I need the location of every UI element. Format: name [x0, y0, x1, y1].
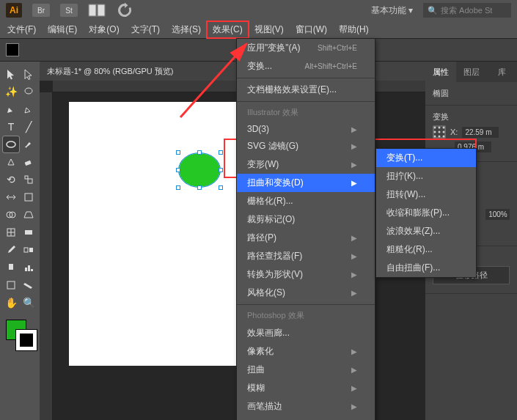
menu-path[interactable]: 路径(P)▶ [237, 229, 375, 247]
free-transform-tool[interactable] [21, 189, 37, 205]
bridge-icon[interactable]: Br [32, 4, 50, 17]
eraser-tool[interactable] [21, 154, 37, 170]
menu-convert-shape[interactable]: 转换为形状(V)▶ [237, 265, 375, 284]
tab-properties[interactable]: 属性 [425, 62, 456, 82]
svg-rect-18 [7, 281, 15, 289]
curvature-tool[interactable] [21, 101, 37, 117]
menu-sketch[interactable]: 素描▶ [237, 416, 375, 420]
svg-point-21 [439, 127, 441, 129]
fill-swatch[interactable] [6, 43, 19, 56]
menu-help[interactable]: 帮助(H) [333, 21, 375, 38]
menu-last-effect[interactable]: 变换...Alt+Shift+Ctrl+E [237, 57, 375, 75]
svg-point-3 [7, 141, 15, 147]
menu-rasterize[interactable]: 栅格化(R)... [237, 192, 375, 210]
submenu-zigzag[interactable]: 波浪效果(Z)... [376, 222, 476, 240]
width-tool[interactable] [3, 189, 19, 205]
menu-crop-marks[interactable]: 裁剪标记(O) [237, 210, 375, 229]
shape-builder-tool[interactable] [3, 207, 19, 223]
svg-point-22 [443, 127, 445, 129]
menu-edit[interactable]: 编辑(E) [42, 21, 83, 38]
menu-stylize[interactable]: 风格化(S)▶ [237, 284, 375, 302]
workspace-switcher[interactable]: 基本功能 ▾ [371, 4, 413, 17]
menu-select[interactable]: 选择(S) [166, 21, 207, 38]
stock-icon[interactable]: St [60, 4, 78, 17]
magic-wand-tool[interactable]: ✨ [3, 84, 19, 100]
submenu-rotate[interactable]: 扭转(W)... [376, 185, 476, 204]
zoom-tool[interactable]: 🔍 [21, 295, 37, 311]
svg-rect-13 [29, 248, 33, 252]
blend-tool[interactable] [21, 242, 37, 258]
svg-rect-4 [25, 161, 32, 166]
paintbrush-tool[interactable] [21, 136, 37, 152]
slice-tool[interactable] [21, 277, 37, 293]
svg-point-25 [443, 131, 445, 133]
submenu-free-distort[interactable]: 自由扭曲(F)... [376, 259, 476, 277]
scale-tool[interactable] [21, 172, 37, 188]
menu-type[interactable]: 文字(T) [125, 21, 166, 38]
type-tool[interactable]: T [3, 119, 19, 135]
svg-point-23 [434, 131, 436, 133]
svg-point-27 [439, 136, 441, 138]
menu-svg-filters[interactable]: SVG 滤镜(G)▶ [237, 137, 375, 155]
pen-tool[interactable] [3, 101, 19, 117]
menu-window[interactable]: 窗口(W) [290, 21, 333, 38]
submenu-roughen[interactable]: 粗糙化(R)... [376, 240, 476, 259]
artboard-tool[interactable] [3, 277, 19, 293]
menu-file[interactable]: 文件(F) [1, 21, 42, 38]
shaper-tool[interactable] [3, 154, 19, 170]
menu-apply-last[interactable]: 应用"变换"(A)Shift+Ctrl+E [237, 39, 375, 57]
arrange-icon[interactable] [88, 4, 106, 17]
menu-brush-strokes[interactable]: 画笔描边▶ [237, 397, 375, 416]
lasso-tool[interactable] [21, 84, 37, 100]
svg-rect-0 [89, 5, 96, 16]
menu-effect[interactable]: 效果(C) [207, 21, 249, 38]
search-input[interactable]: 🔍 搜索 Adobe St [423, 3, 511, 18]
tab-libraries[interactable]: 库 [486, 62, 517, 82]
rotate-tool[interactable]: ⟲ [3, 172, 19, 188]
menu-3d[interactable]: 3D(3)▶ [237, 121, 375, 137]
x-label: X: [450, 128, 458, 136]
color-well[interactable] [3, 320, 37, 349]
menu-pixelate[interactable]: 像素化▶ [237, 342, 375, 361]
ruler-vertical [40, 92, 53, 420]
mesh-tool[interactable] [3, 224, 19, 240]
submenu-transform[interactable]: 变换(T)... [376, 149, 476, 167]
tab-layers[interactable]: 图层 [456, 62, 487, 82]
hand-tool[interactable]: ✋ [3, 295, 19, 311]
menu-distort-transform[interactable]: 扭曲和变换(D)▶ [237, 174, 375, 192]
app-logo: Ai [6, 3, 22, 18]
menu-ps-distort[interactable]: 扭曲▶ [237, 361, 375, 379]
perspective-tool[interactable] [21, 207, 37, 223]
submenu-pucker-bloat[interactable]: 收缩和膨胀(P)... [376, 204, 476, 222]
illustrator-effects-heading: Illustrator 效果 [237, 104, 375, 121]
selection-tool[interactable] [3, 66, 19, 82]
svg-rect-6 [28, 179, 32, 183]
line-tool[interactable]: ╱ [21, 119, 37, 135]
column-graph-tool[interactable] [21, 259, 37, 276]
eyedropper-tool[interactable] [3, 242, 19, 258]
menu-object[interactable]: 对象(O) [83, 21, 125, 38]
svg-rect-7 [25, 194, 32, 201]
toolbox: ✨ T ╱ ⟲ ✋ 🔍 [0, 62, 40, 420]
menubar: 文件(F) 编辑(E) 对象(O) 文字(T) 选择(S) 效果(C) 视图(V… [0, 21, 517, 38]
direct-selection-tool[interactable] [21, 66, 37, 82]
reference-point-icon[interactable] [433, 125, 446, 139]
submenu-twist[interactable]: 扭拧(K)... [376, 167, 476, 185]
stroke-color[interactable] [16, 330, 37, 350]
opacity-value[interactable]: 100% [485, 209, 510, 220]
menu-warp[interactable]: 变形(W)▶ [237, 155, 375, 174]
menu-pathfinder[interactable]: 路径查找器(F)▶ [237, 247, 375, 265]
ellipse-tool[interactable] [3, 136, 19, 152]
svg-rect-16 [28, 265, 30, 271]
sync-icon[interactable] [116, 4, 133, 17]
menu-view[interactable]: 视图(V) [249, 21, 290, 38]
menu-effect-gallery[interactable]: 效果画廊... [237, 324, 375, 342]
x-value[interactable]: 22.59 m [462, 127, 499, 138]
ellipse-shape[interactable] [179, 153, 220, 187]
gradient-tool[interactable] [21, 224, 37, 240]
menu-raster-settings[interactable]: 文档栅格效果设置(E)... [237, 81, 375, 99]
menu-blur[interactable]: 模糊▶ [237, 379, 375, 397]
svg-rect-5 [25, 176, 28, 179]
symbol-sprayer-tool[interactable] [3, 259, 19, 276]
distort-transform-submenu: 变换(T)... 扭拧(K)... 扭转(W)... 收缩和膨胀(P)... 波… [375, 148, 477, 278]
